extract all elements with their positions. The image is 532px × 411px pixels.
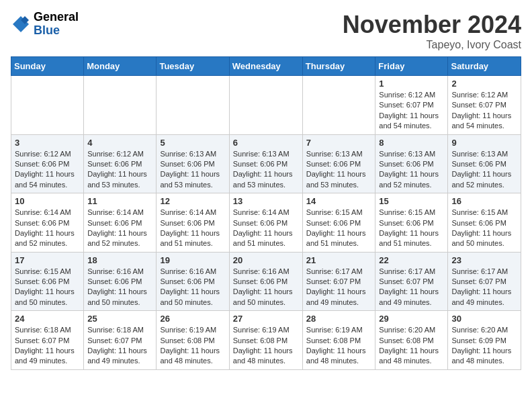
day-info: Sunrise: 6:13 AM Sunset: 6:06 PM Dayligh… <box>233 149 299 191</box>
calendar-cell <box>157 76 229 135</box>
calendar-cell: 18Sunrise: 6:16 AM Sunset: 6:06 PM Dayli… <box>84 252 157 311</box>
day-info: Sunrise: 6:12 AM Sunset: 6:06 PM Dayligh… <box>15 149 80 191</box>
day-info: Sunrise: 6:17 AM Sunset: 6:07 PM Dayligh… <box>379 267 444 308</box>
weekday-header-wednesday: Wednesday <box>229 57 302 76</box>
day-info: Sunrise: 6:18 AM Sunset: 6:07 PM Dayligh… <box>87 325 152 367</box>
day-info: Sunrise: 6:18 AM Sunset: 6:07 PM Dayligh… <box>15 325 80 367</box>
day-number: 22 <box>379 255 444 265</box>
logo-text: General Blue <box>34 11 79 38</box>
day-info: Sunrise: 6:20 AM Sunset: 6:09 PM Dayligh… <box>451 325 517 367</box>
day-info: Sunrise: 6:14 AM Sunset: 6:06 PM Dayligh… <box>233 208 299 249</box>
calendar-cell <box>84 76 157 135</box>
day-info: Sunrise: 6:12 AM Sunset: 6:07 PM Dayligh… <box>451 90 517 132</box>
day-number: 2 <box>451 79 517 89</box>
calendar-cell: 19Sunrise: 6:16 AM Sunset: 6:06 PM Dayli… <box>157 252 229 311</box>
day-info: Sunrise: 6:12 AM Sunset: 6:06 PM Dayligh… <box>87 149 152 191</box>
day-info: Sunrise: 6:15 AM Sunset: 6:06 PM Dayligh… <box>15 267 80 308</box>
calendar-cell: 7Sunrise: 6:13 AM Sunset: 6:06 PM Daylig… <box>302 134 375 193</box>
day-info: Sunrise: 6:17 AM Sunset: 6:07 PM Dayligh… <box>306 267 372 308</box>
calendar-cell: 27Sunrise: 6:19 AM Sunset: 6:08 PM Dayli… <box>229 311 302 370</box>
page-header: General Blue November 2024 Tapeyo, Ivory… <box>11 11 521 51</box>
day-number: 7 <box>306 138 372 148</box>
day-number: 25 <box>87 314 152 324</box>
day-number: 1 <box>379 79 444 89</box>
month-title: November 2024 <box>343 11 521 39</box>
day-number: 26 <box>160 314 225 324</box>
day-number: 30 <box>451 314 517 324</box>
calendar-cell: 28Sunrise: 6:19 AM Sunset: 6:08 PM Dayli… <box>302 311 375 370</box>
day-number: 21 <box>306 255 372 265</box>
day-info: Sunrise: 6:14 AM Sunset: 6:06 PM Dayligh… <box>87 208 152 249</box>
calendar-cell: 20Sunrise: 6:16 AM Sunset: 6:06 PM Dayli… <box>229 252 302 311</box>
day-info: Sunrise: 6:19 AM Sunset: 6:08 PM Dayligh… <box>160 325 225 367</box>
calendar-cell: 26Sunrise: 6:19 AM Sunset: 6:08 PM Dayli… <box>157 311 229 370</box>
day-number: 24 <box>15 314 80 324</box>
weekday-header-row: SundayMondayTuesdayWednesdayThursdayFrid… <box>11 57 521 76</box>
title-block: November 2024 Tapeyo, Ivory Coast <box>343 11 521 51</box>
day-info: Sunrise: 6:19 AM Sunset: 6:08 PM Dayligh… <box>233 325 299 367</box>
day-number: 17 <box>15 255 80 265</box>
day-number: 9 <box>451 138 517 148</box>
day-number: 18 <box>87 255 152 265</box>
day-number: 3 <box>15 138 80 148</box>
week-row-5: 24Sunrise: 6:18 AM Sunset: 6:07 PM Dayli… <box>11 311 521 370</box>
day-number: 14 <box>306 196 372 206</box>
calendar-cell: 22Sunrise: 6:17 AM Sunset: 6:07 PM Dayli… <box>375 252 448 311</box>
day-number: 6 <box>233 138 299 148</box>
calendar-cell: 30Sunrise: 6:20 AM Sunset: 6:09 PM Dayli… <box>448 311 521 370</box>
weekday-header-tuesday: Tuesday <box>157 57 229 76</box>
calendar-cell: 11Sunrise: 6:14 AM Sunset: 6:06 PM Dayli… <box>84 193 157 253</box>
day-info: Sunrise: 6:12 AM Sunset: 6:07 PM Dayligh… <box>379 90 444 132</box>
calendar-cell: 17Sunrise: 6:15 AM Sunset: 6:06 PM Dayli… <box>11 252 84 311</box>
day-info: Sunrise: 6:15 AM Sunset: 6:06 PM Dayligh… <box>451 208 517 249</box>
day-number: 11 <box>87 196 152 206</box>
calendar-cell: 2Sunrise: 6:12 AM Sunset: 6:07 PM Daylig… <box>448 76 521 135</box>
day-number: 27 <box>233 314 299 324</box>
day-info: Sunrise: 6:15 AM Sunset: 6:06 PM Dayligh… <box>379 208 444 249</box>
calendar-cell: 13Sunrise: 6:14 AM Sunset: 6:06 PM Dayli… <box>229 193 302 253</box>
calendar-cell: 10Sunrise: 6:14 AM Sunset: 6:06 PM Dayli… <box>11 193 84 253</box>
calendar-cell: 6Sunrise: 6:13 AM Sunset: 6:06 PM Daylig… <box>229 134 302 193</box>
day-info: Sunrise: 6:17 AM Sunset: 6:07 PM Dayligh… <box>451 267 517 308</box>
weekday-header-sunday: Sunday <box>11 57 84 76</box>
calendar-cell: 15Sunrise: 6:15 AM Sunset: 6:06 PM Dayli… <box>375 193 448 253</box>
calendar-cell: 21Sunrise: 6:17 AM Sunset: 6:07 PM Dayli… <box>302 252 375 311</box>
calendar-cell: 12Sunrise: 6:14 AM Sunset: 6:06 PM Dayli… <box>157 193 229 253</box>
calendar-cell: 16Sunrise: 6:15 AM Sunset: 6:06 PM Dayli… <box>448 193 521 253</box>
day-info: Sunrise: 6:13 AM Sunset: 6:06 PM Dayligh… <box>451 149 517 191</box>
day-number: 15 <box>379 196 444 206</box>
day-number: 20 <box>233 255 299 265</box>
weekday-header-saturday: Saturday <box>448 57 521 76</box>
day-info: Sunrise: 6:14 AM Sunset: 6:06 PM Dayligh… <box>160 208 225 249</box>
day-number: 13 <box>233 196 299 206</box>
day-info: Sunrise: 6:19 AM Sunset: 6:08 PM Dayligh… <box>306 325 372 367</box>
week-row-3: 10Sunrise: 6:14 AM Sunset: 6:06 PM Dayli… <box>11 193 521 253</box>
day-info: Sunrise: 6:13 AM Sunset: 6:06 PM Dayligh… <box>160 149 225 191</box>
week-row-2: 3Sunrise: 6:12 AM Sunset: 6:06 PM Daylig… <box>11 134 521 193</box>
calendar-table: SundayMondayTuesdayWednesdayThursdayFrid… <box>11 56 521 370</box>
logo-icon <box>11 14 31 34</box>
calendar-cell: 8Sunrise: 6:13 AM Sunset: 6:06 PM Daylig… <box>375 134 448 193</box>
day-number: 16 <box>451 196 517 206</box>
weekday-header-thursday: Thursday <box>302 57 375 76</box>
day-number: 5 <box>160 138 225 148</box>
day-number: 4 <box>87 138 152 148</box>
calendar-cell: 5Sunrise: 6:13 AM Sunset: 6:06 PM Daylig… <box>157 134 229 193</box>
day-info: Sunrise: 6:20 AM Sunset: 6:08 PM Dayligh… <box>379 325 444 367</box>
day-number: 23 <box>451 255 517 265</box>
day-number: 8 <box>379 138 444 148</box>
weekday-header-monday: Monday <box>84 57 157 76</box>
day-number: 19 <box>160 255 225 265</box>
calendar-cell: 4Sunrise: 6:12 AM Sunset: 6:06 PM Daylig… <box>84 134 157 193</box>
calendar-cell: 24Sunrise: 6:18 AM Sunset: 6:07 PM Dayli… <box>11 311 84 370</box>
week-row-1: 1Sunrise: 6:12 AM Sunset: 6:07 PM Daylig… <box>11 76 521 135</box>
calendar-cell <box>11 76 84 135</box>
day-number: 29 <box>379 314 444 324</box>
day-number: 12 <box>160 196 225 206</box>
calendar-cell: 14Sunrise: 6:15 AM Sunset: 6:06 PM Dayli… <box>302 193 375 253</box>
calendar-cell <box>229 76 302 135</box>
day-number: 28 <box>306 314 372 324</box>
calendar-cell: 3Sunrise: 6:12 AM Sunset: 6:06 PM Daylig… <box>11 134 84 193</box>
day-number: 10 <box>15 196 80 206</box>
logo: General Blue <box>11 11 79 38</box>
